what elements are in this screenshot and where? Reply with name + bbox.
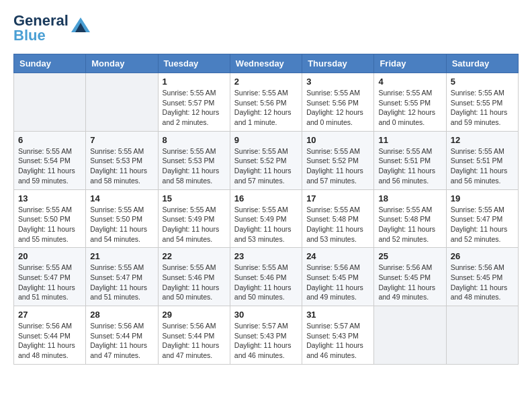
day-cell: 13Sunrise: 5:55 AM Sunset: 5:50 PM Dayli… — [14, 189, 86, 248]
day-cell: 11Sunrise: 5:55 AM Sunset: 5:51 PM Dayli… — [374, 131, 446, 189]
day-number: 3 — [306, 77, 369, 87]
day-number: 12 — [451, 135, 514, 145]
day-number: 22 — [163, 251, 226, 261]
day-number: 23 — [234, 251, 298, 261]
day-cell — [86, 73, 158, 132]
day-cell: 31Sunrise: 5:57 AM Sunset: 5:43 PM Dayli… — [302, 306, 374, 365]
header-cell-friday: Friday — [374, 54, 446, 73]
logo-text-blue: Blue — [13, 28, 69, 43]
day-number: 31 — [306, 310, 369, 320]
day-cell: 24Sunrise: 5:56 AM Sunset: 5:45 PM Dayli… — [302, 248, 374, 306]
day-cell: 14Sunrise: 5:55 AM Sunset: 5:50 PM Dayli… — [86, 189, 158, 248]
day-info: Sunrise: 5:55 AM Sunset: 5:55 PM Dayligh… — [451, 88, 514, 128]
day-info: Sunrise: 5:55 AM Sunset: 5:55 PM Dayligh… — [378, 88, 441, 128]
day-number: 25 — [378, 251, 441, 261]
day-cell: 3Sunrise: 5:55 AM Sunset: 5:56 PM Daylig… — [302, 73, 374, 132]
day-cell: 20Sunrise: 5:55 AM Sunset: 5:47 PM Dayli… — [14, 248, 86, 306]
day-info: Sunrise: 5:56 AM Sunset: 5:44 PM Dayligh… — [163, 321, 226, 361]
day-number: 4 — [378, 77, 441, 87]
day-info: Sunrise: 5:56 AM Sunset: 5:45 PM Dayligh… — [451, 263, 514, 302]
day-cell: 25Sunrise: 5:56 AM Sunset: 5:45 PM Dayli… — [374, 248, 446, 306]
day-info: Sunrise: 5:55 AM Sunset: 5:48 PM Dayligh… — [378, 205, 441, 244]
day-number: 17 — [306, 193, 369, 203]
day-number: 16 — [234, 193, 298, 203]
day-cell — [14, 73, 86, 132]
day-number: 18 — [378, 193, 441, 203]
day-number: 21 — [90, 251, 153, 261]
day-info: Sunrise: 5:55 AM Sunset: 5:51 PM Dayligh… — [451, 146, 514, 186]
day-cell: 29Sunrise: 5:56 AM Sunset: 5:44 PM Dayli… — [158, 306, 230, 365]
logo-text-general: General — [13, 13, 69, 28]
header-cell-sunday: Sunday — [14, 54, 86, 73]
calendar-body: 1Sunrise: 5:55 AM Sunset: 5:57 PM Daylig… — [14, 73, 519, 365]
day-number: 26 — [451, 251, 514, 261]
header-cell-thursday: Thursday — [302, 54, 374, 73]
day-info: Sunrise: 5:56 AM Sunset: 5:45 PM Dayligh… — [306, 263, 369, 302]
day-cell: 26Sunrise: 5:56 AM Sunset: 5:45 PM Dayli… — [446, 248, 518, 306]
day-info: Sunrise: 5:55 AM Sunset: 5:48 PM Dayligh… — [306, 205, 369, 244]
header-cell-tuesday: Tuesday — [158, 54, 230, 73]
day-number: 30 — [234, 310, 298, 320]
header-cell-wednesday: Wednesday — [230, 54, 302, 73]
day-info: Sunrise: 5:55 AM Sunset: 5:53 PM Dayligh… — [90, 146, 153, 186]
day-info: Sunrise: 5:55 AM Sunset: 5:49 PM Dayligh… — [163, 205, 226, 244]
day-number: 2 — [234, 77, 298, 87]
day-info: Sunrise: 5:55 AM Sunset: 5:47 PM Dayligh… — [18, 263, 81, 302]
day-number: 9 — [234, 135, 298, 145]
header-row: SundayMondayTuesdayWednesdayThursdayFrid… — [14, 54, 519, 73]
day-info: Sunrise: 5:55 AM Sunset: 5:49 PM Dayligh… — [234, 205, 298, 244]
day-cell: 19Sunrise: 5:55 AM Sunset: 5:47 PM Dayli… — [446, 189, 518, 248]
day-cell: 8Sunrise: 5:55 AM Sunset: 5:53 PM Daylig… — [158, 131, 230, 189]
day-info: Sunrise: 5:55 AM Sunset: 5:47 PM Dayligh… — [451, 205, 514, 244]
day-info: Sunrise: 5:55 AM Sunset: 5:51 PM Dayligh… — [378, 146, 441, 186]
day-cell: 21Sunrise: 5:55 AM Sunset: 5:47 PM Dayli… — [86, 248, 158, 306]
day-info: Sunrise: 5:55 AM Sunset: 5:47 PM Dayligh… — [90, 263, 153, 302]
day-number: 8 — [163, 135, 226, 145]
day-info: Sunrise: 5:56 AM Sunset: 5:45 PM Dayligh… — [378, 263, 441, 302]
header-cell-monday: Monday — [86, 54, 158, 73]
day-number: 13 — [18, 193, 81, 203]
day-info: Sunrise: 5:56 AM Sunset: 5:44 PM Dayligh… — [90, 321, 153, 361]
day-cell: 6Sunrise: 5:55 AM Sunset: 5:54 PM Daylig… — [14, 131, 86, 189]
day-info: Sunrise: 5:55 AM Sunset: 5:46 PM Dayligh… — [163, 263, 226, 302]
day-cell: 17Sunrise: 5:55 AM Sunset: 5:48 PM Dayli… — [302, 189, 374, 248]
day-number: 7 — [90, 135, 153, 145]
day-info: Sunrise: 5:57 AM Sunset: 5:43 PM Dayligh… — [234, 321, 298, 361]
day-number: 6 — [18, 135, 81, 145]
day-cell: 2Sunrise: 5:55 AM Sunset: 5:56 PM Daylig… — [230, 73, 302, 132]
day-cell — [374, 306, 446, 365]
day-info: Sunrise: 5:55 AM Sunset: 5:57 PM Dayligh… — [163, 88, 226, 128]
page-header: General Blue — [13, 13, 519, 43]
day-cell — [446, 306, 518, 365]
day-number: 15 — [163, 193, 226, 203]
calendar-table: SundayMondayTuesdayWednesdayThursdayFrid… — [13, 54, 519, 365]
day-info: Sunrise: 5:55 AM Sunset: 5:54 PM Dayligh… — [18, 146, 81, 186]
day-number: 19 — [451, 193, 514, 203]
day-info: Sunrise: 5:55 AM Sunset: 5:50 PM Dayligh… — [90, 205, 153, 244]
day-cell: 28Sunrise: 5:56 AM Sunset: 5:44 PM Dayli… — [86, 306, 158, 365]
day-info: Sunrise: 5:55 AM Sunset: 5:50 PM Dayligh… — [18, 205, 81, 244]
day-cell: 9Sunrise: 5:55 AM Sunset: 5:52 PM Daylig… — [230, 131, 302, 189]
day-number: 27 — [18, 310, 81, 320]
day-cell: 16Sunrise: 5:55 AM Sunset: 5:49 PM Dayli… — [230, 189, 302, 248]
day-info: Sunrise: 5:55 AM Sunset: 5:53 PM Dayligh… — [163, 146, 226, 186]
day-info: Sunrise: 5:55 AM Sunset: 5:56 PM Dayligh… — [234, 88, 298, 128]
day-cell: 10Sunrise: 5:55 AM Sunset: 5:52 PM Dayli… — [302, 131, 374, 189]
day-number: 24 — [306, 251, 369, 261]
day-cell: 15Sunrise: 5:55 AM Sunset: 5:49 PM Dayli… — [158, 189, 230, 248]
day-number: 29 — [163, 310, 226, 320]
day-info: Sunrise: 5:55 AM Sunset: 5:56 PM Dayligh… — [306, 88, 369, 128]
day-number: 10 — [306, 135, 369, 145]
logo-icon — [71, 17, 90, 32]
day-info: Sunrise: 5:56 AM Sunset: 5:44 PM Dayligh… — [18, 321, 81, 361]
day-number: 1 — [163, 77, 226, 87]
day-number: 11 — [378, 135, 441, 145]
day-cell: 23Sunrise: 5:55 AM Sunset: 5:46 PM Dayli… — [230, 248, 302, 306]
day-info: Sunrise: 5:55 AM Sunset: 5:52 PM Dayligh… — [234, 146, 298, 186]
week-row-3: 13Sunrise: 5:55 AM Sunset: 5:50 PM Dayli… — [14, 189, 519, 248]
day-info: Sunrise: 5:57 AM Sunset: 5:43 PM Dayligh… — [306, 321, 369, 361]
week-row-5: 27Sunrise: 5:56 AM Sunset: 5:44 PM Dayli… — [14, 306, 519, 365]
header-cell-saturday: Saturday — [446, 54, 518, 73]
week-row-1: 1Sunrise: 5:55 AM Sunset: 5:57 PM Daylig… — [14, 73, 519, 132]
week-row-4: 20Sunrise: 5:55 AM Sunset: 5:47 PM Dayli… — [14, 248, 519, 306]
